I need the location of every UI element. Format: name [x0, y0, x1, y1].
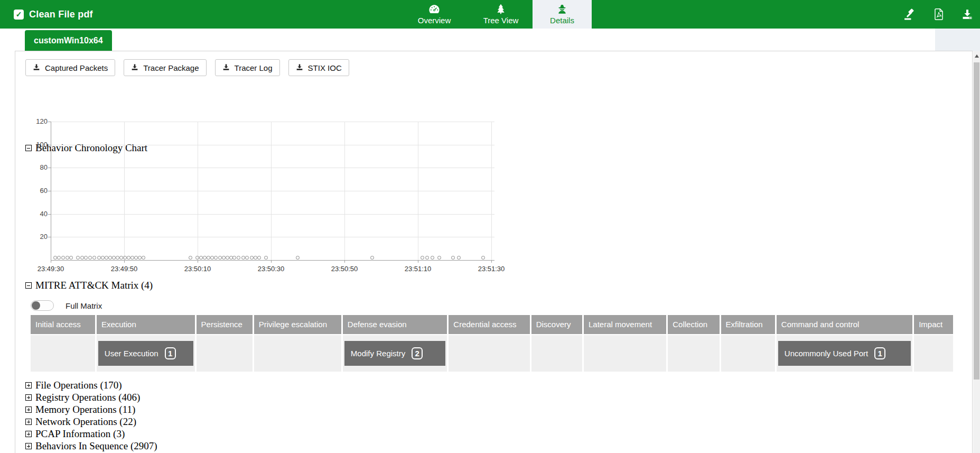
x-axis-line: [51, 260, 494, 261]
chart-data-point: [105, 256, 108, 260]
tab-tree-view-label: Tree View: [471, 15, 530, 26]
mitre-cell: [584, 335, 666, 372]
toggle-knob: [32, 301, 40, 310]
collapsed-section-file-operations[interactable]: File Operations (170): [25, 379, 157, 391]
chart-data-point: [296, 256, 300, 260]
mitre-column-header: Privilege escalation: [254, 315, 341, 334]
download-buttons-row: Captured PacketsTracer PackageTracer Log…: [25, 59, 349, 76]
x-tick: [344, 261, 345, 263]
scroll-up-arrow-icon[interactable]: [973, 53, 980, 59]
h-gridline: [51, 237, 494, 237]
chart-data-point: [210, 256, 214, 260]
chart-data-point: [421, 256, 424, 260]
mitre-column-header: Defense evasion: [343, 315, 447, 334]
tab-overview[interactable]: Overview: [405, 0, 464, 29]
x-axis-label: 23:49:30: [38, 265, 64, 273]
scrollbar-thumb[interactable]: [974, 62, 979, 380]
collapsed-section-label: Network Operations (22): [35, 416, 136, 428]
chart-data-point: [241, 256, 245, 260]
expand-plus-icon: [25, 394, 32, 401]
v-gridline: [418, 122, 418, 260]
chart-data-point: [232, 256, 236, 260]
report-brand: ✓ Clean File pdf: [14, 0, 93, 29]
download-tray-icon: [131, 63, 138, 72]
technique-badge-user-execution[interactable]: User Execution1: [98, 341, 193, 366]
h-gridline: [51, 214, 494, 215]
chart-data-point: [226, 256, 229, 260]
collapsed-section-memory-operations[interactable]: Memory Operations (11): [25, 403, 157, 415]
collapsed-section-registry-operations[interactable]: Registry Operations (406): [25, 391, 157, 403]
download-button-captured-packets[interactable]: Captured Packets: [25, 59, 115, 76]
expand-plus-icon: [25, 419, 32, 425]
spy-icon: [533, 3, 592, 15]
chart-data-point: [425, 256, 429, 260]
mitre-cell: Modify Registry2: [343, 335, 447, 372]
chart-data-point: [142, 256, 145, 260]
topbar-actions: [904, 0, 974, 29]
technique-badge-modify-registry[interactable]: Modify Registry2: [344, 341, 446, 366]
v-gridline: [491, 122, 492, 260]
technique-label: Uncommonly Used Port: [785, 349, 868, 358]
details-panel: Captured PacketsTracer PackageTracer Log…: [15, 51, 973, 453]
chart-data-point: [245, 256, 249, 260]
section-header-mitre-matrix[interactable]: MITRE ATT&CK Matrix (4): [25, 280, 153, 291]
mitre-column-header: Discovery: [531, 315, 582, 334]
expand-plus-icon: [25, 382, 32, 389]
download-button-stix-ioc[interactable]: STIX IOC: [288, 59, 349, 76]
mitre-cell: [31, 335, 95, 372]
technique-count-badge: 1: [165, 347, 176, 359]
full-matrix-toggle-row: Full Matrix: [31, 300, 102, 311]
collapsed-section-behaviors-in-sequence[interactable]: Behaviors In Sequence (2907): [25, 440, 157, 452]
chart-data-point: [108, 256, 112, 260]
v-gridline: [344, 122, 345, 260]
x-tick: [51, 261, 51, 263]
chart-data-point: [189, 256, 192, 260]
x-axis-label: 23:49:50: [111, 265, 138, 273]
page-gutter: [935, 29, 980, 51]
pdf-report-icon[interactable]: [932, 8, 945, 21]
tab-details[interactable]: Details: [533, 0, 592, 29]
technique-label: Modify Registry: [351, 349, 405, 358]
gavel-icon[interactable]: [904, 8, 917, 21]
chart-data-point: [195, 256, 199, 260]
v-gridline: [124, 122, 125, 260]
collapsed-section-network-operations[interactable]: Network Operations (22): [25, 415, 157, 428]
chart-data-point: [57, 256, 61, 260]
full-matrix-toggle[interactable]: [31, 300, 54, 311]
report-title: Clean File pdf: [29, 9, 93, 20]
mitre-header-row: Initial accessExecutionPersistencePrivil…: [31, 315, 953, 334]
technique-count-badge: 1: [874, 347, 885, 359]
expand-plus-icon: [25, 431, 32, 437]
chart-data-point: [97, 256, 101, 260]
y-axis-label: 20: [26, 233, 48, 241]
chart-data-point: [76, 256, 80, 260]
vm-tab-customwin10x64[interactable]: customWin10x64: [25, 30, 112, 51]
behavior-chronology-chart: 2040608010012023:49:3023:49:5023:50:1023…: [51, 122, 498, 260]
collapse-minus-icon: [25, 282, 32, 289]
chart-data-point: [69, 256, 73, 260]
collapsed-section-label: Memory Operations (11): [35, 404, 135, 415]
download-button-tracer-package[interactable]: Tracer Package: [124, 59, 206, 76]
collapsed-section-label: Registry Operations (406): [35, 392, 140, 403]
chart-data-point: [61, 256, 65, 260]
collapsed-section-pcap-information[interactable]: PCAP Information (3): [25, 428, 157, 440]
chart-data-point: [203, 256, 207, 260]
mitre-attack-matrix-table: Initial accessExecutionPersistencePrivil…: [31, 315, 953, 372]
technique-count-badge: 2: [412, 347, 423, 359]
tab-tree-view[interactable]: Tree View: [471, 0, 530, 29]
chart-data-point: [222, 256, 226, 260]
vertical-scrollbar[interactable]: [973, 51, 980, 453]
chart-data-point: [134, 256, 138, 260]
x-axis-label: 23:51:10: [405, 265, 432, 273]
technique-badge-uncommonly-used-port[interactable]: Uncommonly Used Port1: [778, 341, 911, 366]
chart-data-point: [138, 256, 142, 260]
y-axis-label: 80: [26, 163, 48, 171]
chart-data-point: [451, 256, 455, 260]
chart-data-point: [92, 256, 96, 260]
expand-plus-icon: [25, 406, 32, 413]
download-icon[interactable]: [961, 8, 974, 21]
mitre-body-row: User Execution1Modify Registry2Uncommonl…: [31, 335, 953, 372]
download-button-tracer-log[interactable]: Tracer Log: [215, 59, 280, 76]
chart-data-point: [101, 256, 105, 260]
chart-data-point: [66, 256, 69, 260]
